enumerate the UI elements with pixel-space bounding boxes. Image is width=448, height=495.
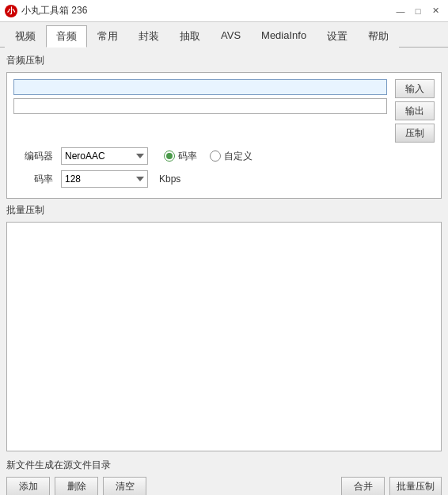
batch-section: 批量压制 (6, 204, 442, 454)
tab-mediainfo[interactable]: MediaInfo (251, 25, 317, 48)
tab-settings[interactable]: 设置 (317, 25, 358, 48)
encoder-label: 编码器 (13, 150, 53, 163)
title-bar: 小 小丸工具箱 236 — □ ✕ (0, 0, 448, 22)
merge-button[interactable]: 合并 (341, 477, 385, 495)
main-content: 音频压制 输入 输出 压制 编码器 NeroAAC (0, 48, 448, 495)
tab-avs[interactable]: AVS (211, 25, 251, 48)
output-button[interactable]: 输出 (395, 101, 435, 120)
title-bar-controls: — □ ✕ (393, 5, 443, 17)
radio-custom-circle (210, 150, 221, 162)
radio-bitrate-label: 码率 (178, 150, 197, 163)
bitrate-label: 码率 (13, 173, 53, 186)
add-button[interactable]: 添加 (6, 477, 50, 495)
tab-bar: 视频 音频 常用 封装 抽取 AVS MediaInfo 设置 帮助 (0, 22, 448, 48)
compress-button[interactable]: 压制 (395, 124, 435, 143)
radio-custom[interactable]: 自定义 (210, 150, 252, 163)
radio-group: 码率 自定义 (164, 150, 252, 163)
clear-button[interactable]: 清空 (103, 477, 146, 495)
bottom-info: 新文件生成在源文件目录 (6, 459, 442, 472)
batch-section-title: 批量压制 (6, 204, 442, 217)
app-icon: 小 (5, 5, 17, 17)
audio-compress-box: 输入 输出 压制 编码器 NeroAAC QAAC FLAC MP3 (6, 72, 442, 199)
radio-custom-label: 自定义 (224, 150, 252, 163)
encoder-select[interactable]: NeroAAC QAAC FLAC MP3 (61, 147, 148, 165)
batch-compress-button[interactable]: 批量压制 (389, 477, 442, 495)
radio-bitrate[interactable]: 码率 (164, 150, 197, 163)
tab-help[interactable]: 帮助 (358, 25, 399, 48)
delete-button[interactable]: 删除 (55, 477, 98, 495)
inputs-column (13, 79, 387, 114)
app-title: 小丸工具箱 236 (21, 4, 87, 17)
bottom-buttons: 添加 删除 清空 合并 批量压制 (6, 477, 442, 495)
encoder-row: 编码器 NeroAAC QAAC FLAC MP3 码率 (13, 147, 435, 165)
tab-video[interactable]: 视频 (5, 25, 46, 48)
output-file-field[interactable] (13, 98, 387, 114)
side-buttons: 输入 输出 压制 (395, 79, 435, 143)
input-file-field[interactable] (13, 79, 387, 95)
minimize-button[interactable]: — (393, 5, 408, 17)
maximize-button[interactable]: □ (410, 5, 426, 17)
audio-compress-title: 音频压制 (6, 54, 442, 67)
batch-list[interactable] (6, 222, 442, 451)
tab-common[interactable]: 常用 (87, 25, 128, 48)
tab-package[interactable]: 封装 (128, 25, 169, 48)
bitrate-row: 码率 64 96 128 160 192 256 320 Kbps (13, 170, 435, 188)
tab-audio[interactable]: 音频 (46, 25, 87, 48)
input-button[interactable]: 输入 (395, 79, 435, 98)
bottom-area: 新文件生成在源文件目录 添加 删除 清空 合并 批量压制 (6, 459, 442, 495)
title-bar-left: 小 小丸工具箱 236 (5, 4, 87, 17)
form-area: 编码器 NeroAAC QAAC FLAC MP3 码率 (13, 147, 435, 192)
bitrate-unit: Kbps (159, 173, 180, 185)
bitrate-select[interactable]: 64 96 128 160 192 256 320 (61, 170, 148, 188)
radio-bitrate-circle (164, 150, 175, 162)
tab-extract[interactable]: 抽取 (169, 25, 211, 48)
audio-compress-section: 音频压制 输入 输出 压制 编码器 NeroAAC (6, 54, 442, 199)
close-button[interactable]: ✕ (427, 5, 443, 17)
